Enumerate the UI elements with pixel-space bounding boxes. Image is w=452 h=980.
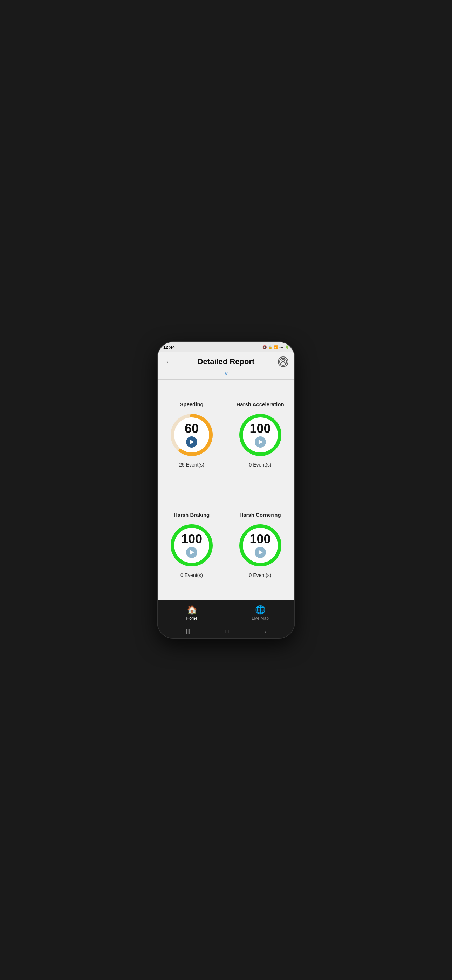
bottom-nav: 🏠Home🌐Live Map	[158, 600, 294, 625]
app-header: ← Detailed Report	[158, 352, 294, 370]
nav-label-home: Home	[186, 616, 197, 621]
android-back-btn[interactable]: ‹	[264, 628, 266, 635]
metric-cell-harsh-cornering: Harsh Cornering1000 Event(s)	[226, 490, 294, 600]
nav-item-home[interactable]: 🏠Home	[158, 602, 226, 624]
android-recent-btn[interactable]: |||	[186, 628, 190, 635]
nav-icon-home: 🏠	[187, 605, 197, 615]
metric-title-harsh-cornering: Harsh Cornering	[239, 512, 281, 518]
gauge-harsh-acceleration: 100	[237, 412, 283, 458]
nav-item-live-map[interactable]: 🌐Live Map	[226, 602, 294, 624]
metric-events-harsh-cornering: 0 Event(s)	[249, 573, 272, 578]
back-button[interactable]: ←	[163, 356, 175, 368]
battery-icon: 🔋	[285, 345, 289, 349]
back-arrow-icon: ←	[165, 357, 173, 366]
android-home-btn[interactable]: □	[226, 628, 229, 635]
gauge-value-harsh-braking: 100	[181, 533, 202, 546]
app-content: ← Detailed Report ∨ Speeding6025 Event(s…	[158, 352, 294, 600]
play-button-harsh-cornering[interactable]	[255, 547, 266, 558]
wifi-icon: 📶	[274, 345, 278, 349]
phone-frame: 12:44 🔇 🔒 📶 ▪▪▪ 🔋 ← Detailed Report	[158, 342, 294, 638]
gauge-speeding: 60	[169, 412, 215, 458]
page-title: Detailed Report	[197, 357, 255, 366]
profile-button[interactable]	[277, 356, 289, 368]
metric-cell-harsh-acceleration: Harsh Acceleration1000 Event(s)	[226, 380, 294, 490]
play-button-harsh-braking[interactable]	[186, 547, 197, 558]
status-icons: 🔇 🔒 📶 ▪▪▪ 🔋	[263, 345, 289, 349]
gauge-value-speeding: 60	[185, 422, 199, 435]
metric-events-harsh-acceleration: 0 Event(s)	[249, 462, 272, 468]
android-nav-bar: ||| □ ‹	[158, 625, 294, 638]
metric-cell-harsh-braking: Harsh Braking1000 Event(s)	[158, 490, 226, 600]
metric-title-harsh-acceleration: Harsh Acceleration	[236, 401, 284, 407]
metrics-grid: Speeding6025 Event(s)Harsh Acceleration1…	[158, 379, 294, 600]
metric-cell-speeding: Speeding6025 Event(s)	[158, 380, 226, 490]
nav-label-live-map: Live Map	[251, 616, 269, 621]
metric-title-harsh-braking: Harsh Braking	[174, 512, 210, 518]
signal-icon: ▪▪▪	[279, 345, 283, 349]
metric-title-speeding: Speeding	[180, 401, 204, 407]
chevron-down-icon: ∨	[224, 370, 228, 376]
svg-point-0	[282, 359, 284, 362]
status-time: 12:44	[163, 345, 175, 350]
metric-events-harsh-braking: 0 Event(s)	[180, 573, 203, 578]
gauge-value-harsh-cornering: 100	[250, 533, 271, 546]
profile-icon	[278, 356, 288, 367]
play-button-harsh-acceleration[interactable]	[255, 436, 266, 448]
nav-icon-live-map: 🌐	[255, 605, 266, 615]
mute-icon: 🔇	[263, 345, 267, 349]
play-button-speeding[interactable]	[186, 436, 197, 448]
metric-events-speeding: 25 Event(s)	[179, 462, 204, 468]
gauge-harsh-braking: 100	[169, 523, 215, 568]
chevron-row: ∨	[158, 370, 294, 379]
status-bar: 12:44 🔇 🔒 📶 ▪▪▪ 🔋	[158, 342, 294, 352]
gauge-harsh-cornering: 100	[237, 523, 283, 568]
gauge-value-harsh-acceleration: 100	[250, 422, 271, 435]
lock-icon: 🔒	[268, 345, 272, 349]
